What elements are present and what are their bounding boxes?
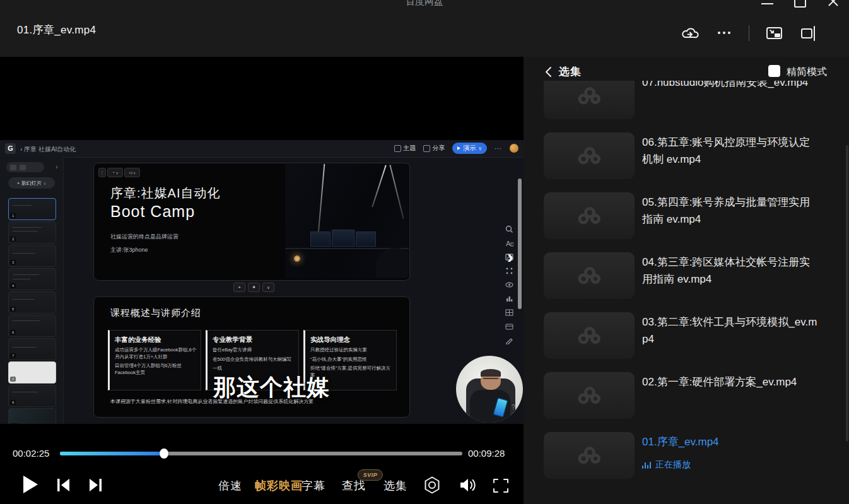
playlist-panel: 选集 精简模式 07.hubstudio购机指南安装_ev.mp4 06.第五章… [524,57,849,504]
playlist-item-title: 03.第二章:软件工具与环境模拟_ev.mp4 [642,314,817,348]
gamma-slide-sidebar: › + 新幻灯片∨ 1 2 3 4 5 6 7 8 9 10 [0,157,64,424]
slide1-speaker: 主讲:张3phone [110,246,148,254]
gamma-sidebar-collapse-icon: › [56,163,58,170]
back-icon[interactable] [544,66,554,78]
equalizer-icon [642,461,651,469]
play-button[interactable] [23,476,38,493]
minimize-button[interactable] [761,3,773,4]
slide-thumbnail: 9 [8,385,56,407]
slide-sound-icon: ◅∨ [124,168,140,177]
playlist-list: 07.hubstudio购机指南安装_ev.mp4 06.第五章:账号风控原理与… [524,81,849,504]
video-thumbnail [544,372,635,419]
video-title: 01.序章_ev.mp4 [17,23,96,37]
slide-thumbnail: 10 [8,408,56,424]
video-thumbnail [544,432,635,479]
close-button[interactable] [827,0,840,8]
miniplayer-icon[interactable] [800,25,817,42]
ai-sparkle-icon: ✦ [248,283,260,292]
share-icon [423,145,430,152]
slide-thumbnail: 1 [8,198,56,220]
playlist-item[interactable]: 03.第二章:软件工具与环境模拟_ev.mp4 [544,312,840,366]
gamma-logo: G [5,143,16,154]
playlist-item-title: 06.第五章:账号风控原理与环境认定机制 ev.mp4 [642,134,817,168]
next-button[interactable] [87,477,103,493]
video-thumbnail [544,132,635,179]
playlist-item-title: 01.序章_ev.mp4 [642,433,817,450]
volume-icon[interactable] [458,476,477,495]
baidu-cloud-icon [574,205,604,226]
fullscreen-button[interactable] [492,477,510,495]
gamma-view-toggle [6,162,44,172]
gamma-new-slide-button: + 新幻灯片∨ [8,177,55,189]
presenter-glasses [483,378,498,382]
slide-1: ⋮ ◔∨ ◅∨ ▣ 序章:社媒AI自动化 Boot Camp 社媒运营的终点是品… [93,163,410,281]
gamma-theme-button: 主题 [394,144,416,153]
now-playing-status: 正在播放 [642,459,691,471]
slide-thumbnail: 6 [8,315,56,337]
more-icon[interactable] [718,32,730,34]
panel-collapse-handle[interactable]: › [507,246,513,267]
playlist-item-title: 02.第一章:硬件部署方案_ev.mp4 [642,373,817,390]
playlist-item[interactable]: 02.第一章:硬件部署方案_ev.mp4 [544,372,840,426]
playlist-item[interactable]: 06.第五章:账号风控原理与环境认定机制 ev.mp4 [544,132,840,187]
app-window: 百度网盘 01.序章_ev.mp4 G › 序章 社媒AI自动化 [0,0,849,504]
playlist-item-title: 04.第三章:跨区媒体社交帐号注册实用指南 ev.mp4 [642,254,817,288]
enhance-button[interactable]: 帧彩映画 [255,478,303,493]
play-icon [457,146,460,150]
progress-track[interactable] [60,452,462,455]
playlist-item-title: 05.第四章:账号养成与批量管理实用指南 ev.mp4 [642,194,817,228]
cloud-save-icon[interactable] [681,25,699,42]
current-time: 00:02:25 [13,448,49,459]
baidu-cloud-icon [574,265,604,286]
playlist-title: 选集 [559,64,582,79]
duration: 00:09:28 [468,448,505,459]
slide-insert-toolbar: + ✦ ∨ [233,283,274,292]
simple-mode-checkbox[interactable] [768,65,780,77]
gamma-more-icon: ⋯ [495,144,502,153]
playlist-item[interactable]: 04.第三章:跨区媒体社交帐号注册实用指南 ev.mp4 [544,252,840,307]
slide1-tagline: 社媒运营的终点是品牌运营 [110,233,179,241]
playlist-item[interactable]: 05.第四章:账号养成与批量管理实用指南 ev.mp4 [544,192,840,247]
maximize-button[interactable] [794,0,806,8]
playlist-item[interactable]: 07.hubstudio购机指南安装_ev.mp4 [544,81,840,127]
slide1-photo [285,164,409,278]
previous-button[interactable] [56,477,72,493]
svip-badge: SVIP [358,469,383,481]
chart-icon [505,295,513,303]
pip-icon[interactable] [766,25,783,42]
slide1-title: 序章:社媒AI自动化 [110,185,220,202]
baidu-cloud-icon [574,85,604,107]
baidu-cloud-icon [574,145,604,167]
playlist-item-active[interactable]: 01.序章_ev.mp4 正在播放 [544,432,840,486]
webcam-overlay: ? [456,356,523,423]
webcam-hint: ? [512,404,515,411]
gamma-topbar: G › 序章 社媒AI自动化 主题 分享 演示∨ ⋯ [0,140,524,158]
gamma-share-button: 分享 [423,144,445,153]
gamma-scrollbar [518,179,522,309]
slide-menu-icon: ⋮ [98,168,106,177]
slide-thumbnail: 2 [8,221,56,243]
slide-thumbnail: 3 [8,245,56,267]
video-thumbnail [544,312,635,359]
titlebar: 百度网盘 01.序章_ev.mp4 [0,0,849,57]
speed-button[interactable]: 倍速 [218,478,242,493]
embed-icon [505,322,513,331]
playlist-scrollbar[interactable] [846,145,848,442]
slide-style-icon: ◔∨ [107,168,123,177]
settings-icon[interactable] [423,476,442,495]
video-thumbnail [544,252,635,299]
progress-thumb[interactable] [160,448,168,459]
episodes-button[interactable]: 选集 [384,478,407,493]
gamma-avatar [510,144,518,153]
app-title: 百度网盘 [406,0,443,8]
titlebar-divider [749,25,749,41]
slide2-column-1: 丰富的业务经验 成功运营多个万人级Facebook群组,6个月内从零打造1万+人… [108,330,201,390]
slide-thumbnail: 8 [8,361,56,384]
subtitle-button[interactable]: 字幕 [302,478,325,493]
table-icon [505,308,513,317]
slide-thumbnail: 7 [8,338,56,360]
add-slide-icon: + [233,283,245,292]
baidu-cloud-icon [574,445,604,466]
slide2-title: 课程概述与讲师介绍 [110,307,201,319]
subtitle-overlay: 那这个社媒 [213,372,330,403]
